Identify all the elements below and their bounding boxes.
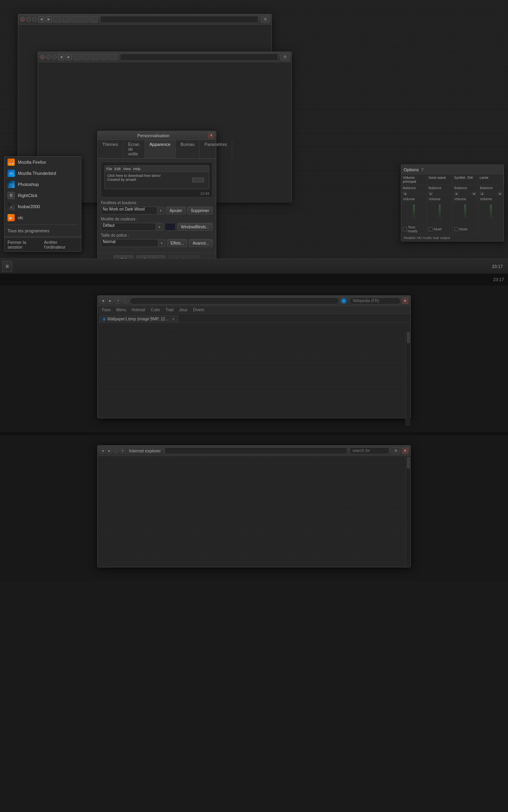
tab-screensaver[interactable]: Écran de veille bbox=[123, 140, 145, 158]
bal-slider-2[interactable] bbox=[433, 193, 451, 194]
ff-close-btn[interactable]: ✕ bbox=[402, 298, 408, 304]
ie-back-btn[interactable]: ◀ bbox=[100, 448, 105, 454]
ff-refresh-btn[interactable]: ↺ bbox=[115, 298, 121, 304]
add-btn[interactable]: Ajouter bbox=[166, 207, 186, 214]
window-1-icon-4[interactable] bbox=[81, 16, 89, 23]
tab-desktop[interactable]: Bureau bbox=[176, 140, 200, 158]
ie-favorites-btn[interactable]: ★ bbox=[120, 448, 125, 454]
mute-all-checkbox[interactable] bbox=[403, 227, 407, 231]
windowblinds-btn[interactable]: WindowBlinds... bbox=[177, 223, 213, 231]
mute-2-checkbox[interactable] bbox=[454, 227, 458, 231]
ie-close-btn[interactable]: ✕ bbox=[402, 448, 408, 454]
ie-content bbox=[98, 456, 410, 567]
ff-forward-btn[interactable]: ▶ bbox=[107, 298, 114, 304]
audio-options-label[interactable]: Options bbox=[404, 167, 419, 172]
windows-buttons-dropdown-btn[interactable]: ▼ bbox=[157, 207, 164, 214]
font-size-input[interactable]: Normal bbox=[101, 239, 158, 247]
bm-divers[interactable]: Divers bbox=[190, 307, 206, 313]
bm-menu[interactable]: Menu bbox=[114, 307, 129, 313]
window-2-close-btn[interactable] bbox=[40, 55, 45, 59]
start-menu-item-firefox[interactable]: 🦊 Mozilla Firefox bbox=[4, 157, 81, 168]
window-2-gear[interactable]: ⚙ bbox=[281, 54, 289, 61]
taskbar-start-btn[interactable]: ⊞ bbox=[2, 261, 12, 272]
vol-slider-2[interactable] bbox=[427, 202, 453, 224]
font-size-dropdown-btn[interactable]: ▼ bbox=[158, 239, 165, 247]
window-1-min-btn[interactable] bbox=[26, 17, 31, 22]
window-1-forward-btn[interactable]: ▶ bbox=[46, 16, 52, 23]
bal-slider-4[interactable] bbox=[484, 193, 498, 194]
window-1-gear[interactable]: ⚙ bbox=[261, 16, 269, 23]
bal-right-btn-4[interactable]: ▶ bbox=[498, 192, 502, 195]
window-2-icon-3[interactable] bbox=[91, 54, 99, 60]
ff-home-btn[interactable]: ⌂ bbox=[122, 298, 129, 304]
effects-btn[interactable]: Effets... bbox=[167, 239, 188, 247]
ie-search-box[interactable]: search for bbox=[350, 447, 389, 454]
bm-cuito[interactable]: Cuito bbox=[148, 307, 162, 313]
ie-gear-btn[interactable]: ⚙ bbox=[392, 447, 400, 454]
bal-left-btn-2[interactable]: ◀ bbox=[429, 192, 433, 195]
start-menu-item-thunderbird[interactable]: ✉ Mozilla Thunderbird bbox=[4, 168, 81, 179]
start-menu-item-photoshop[interactable]: Ps Photoshop bbox=[4, 179, 81, 190]
ie-scrollbar-thumb[interactable] bbox=[407, 457, 410, 469]
start-icon: ⊞ bbox=[6, 264, 9, 268]
color-scheme-input[interactable]: Défaut bbox=[101, 223, 156, 231]
advanced-btn[interactable]: Avancé... bbox=[189, 239, 213, 247]
start-menu-item-vlc[interactable]: ▶ vlc bbox=[4, 212, 81, 223]
all-programs-item[interactable]: Tous les programmes bbox=[4, 226, 81, 236]
ff-tab-1-close[interactable]: ✕ bbox=[171, 317, 175, 322]
bal-slider-3[interactable] bbox=[459, 193, 472, 194]
tab-appearance[interactable]: Apparence bbox=[145, 140, 176, 158]
window-2-icon-5[interactable] bbox=[110, 54, 117, 60]
tab-themes[interactable]: Thèmes bbox=[98, 140, 123, 158]
bal-left-btn-4[interactable]: ◀ bbox=[480, 192, 484, 195]
shutdown-btn[interactable]: Arrêter l'ordinateur bbox=[44, 240, 78, 249]
start-menu-label-firefox: Mozilla Firefox bbox=[18, 160, 46, 165]
window-2-min-btn[interactable] bbox=[46, 55, 51, 59]
window-1-icon-1[interactable] bbox=[53, 16, 61, 23]
ff-scrollbar[interactable] bbox=[406, 331, 410, 426]
ie-scrollbar[interactable] bbox=[406, 456, 410, 567]
window-1-icon-5[interactable] bbox=[90, 16, 98, 23]
delete-btn[interactable]: Supprimer bbox=[187, 207, 213, 214]
window-2-forward-btn[interactable]: ▶ bbox=[65, 54, 72, 60]
dialog-close-btn[interactable]: ✕ bbox=[208, 133, 214, 138]
ff-scrollbar-thumb[interactable] bbox=[407, 331, 410, 343]
ie-home-btn[interactable]: ⌂ bbox=[113, 448, 119, 454]
vol-slider-4[interactable] bbox=[478, 202, 504, 224]
bm-favs[interactable]: Favs bbox=[100, 307, 113, 313]
bm-jeux[interactable]: Jeux bbox=[177, 307, 190, 313]
bal-left-btn-1[interactable]: ◀ bbox=[403, 192, 407, 195]
window-2-back-btn[interactable]: ◀ bbox=[58, 54, 64, 60]
window-2-address[interactable] bbox=[120, 54, 278, 61]
window-2-icon-1[interactable] bbox=[73, 54, 81, 60]
tab-params[interactable]: Paramètres bbox=[200, 140, 232, 158]
window-2-icon-4[interactable] bbox=[100, 54, 108, 60]
ie-forward-btn[interactable]: ▶ bbox=[106, 448, 112, 454]
window-2-icon-2[interactable] bbox=[82, 54, 90, 60]
mute-1-checkbox[interactable] bbox=[429, 227, 433, 231]
bm-trad[interactable]: Trad bbox=[163, 307, 176, 313]
ie-address-bar[interactable] bbox=[164, 447, 347, 454]
window-1-max-btn[interactable] bbox=[32, 17, 37, 22]
session-end-btn[interactable]: Fermer la session bbox=[8, 240, 40, 249]
color-scheme-dropdown-btn[interactable]: ▼ bbox=[156, 223, 163, 231]
start-menu-item-rightclick[interactable]: R RightClick bbox=[4, 190, 81, 201]
window-1-close-btn[interactable] bbox=[20, 17, 25, 22]
window-1-address[interactable] bbox=[100, 16, 258, 23]
window-1-icon-3[interactable] bbox=[71, 16, 79, 23]
start-menu-item-foobar[interactable]: ♪ foobar2000 bbox=[4, 201, 81, 212]
ff-back-btn[interactable]: ◀ bbox=[100, 298, 106, 304]
ff-address-bar[interactable] bbox=[130, 297, 339, 304]
window-1-icon-2[interactable] bbox=[62, 16, 70, 23]
window-2-max-btn[interactable] bbox=[52, 55, 57, 59]
vol-slider-3[interactable] bbox=[453, 202, 479, 224]
ff-search-box[interactable]: Wikipedia (FR) bbox=[349, 297, 401, 304]
windows-buttons-input[interactable]: No Work on Dark Wood bbox=[101, 207, 157, 214]
window-1-back-btn[interactable]: ◀ bbox=[38, 16, 44, 23]
bm-hotmail[interactable]: Hotmail bbox=[129, 307, 148, 313]
bal-right-btn-3[interactable]: ▶ bbox=[472, 192, 476, 195]
vol-slider-1[interactable] bbox=[401, 202, 427, 224]
bal-slider-1[interactable] bbox=[407, 193, 425, 194]
bal-left-btn-3[interactable]: ◀ bbox=[454, 192, 458, 195]
ff-tab-1[interactable]: Wallpaper1.bmp (image BMP, 1280x1024 pix… bbox=[99, 315, 179, 322]
